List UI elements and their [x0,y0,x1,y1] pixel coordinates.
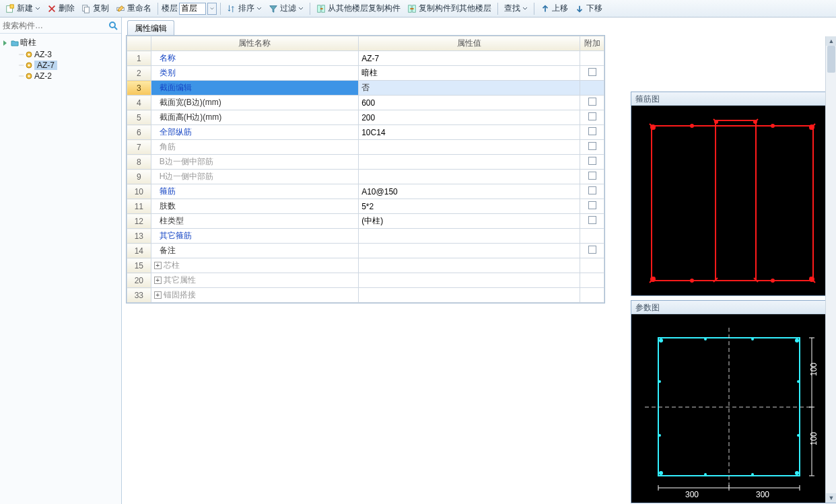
checkbox-icon[interactable] [588,216,596,224]
copy-from-other-button[interactable]: 从其他楼层复制构件 [314,1,403,15]
rename-button[interactable]: 重命名 [113,1,154,15]
extra-checkbox-cell[interactable] [580,96,604,110]
checkbox-icon[interactable] [588,112,596,120]
checkbox-icon[interactable] [588,201,596,209]
extra-checkbox-cell[interactable] [580,184,604,199]
property-value[interactable]: 600 [359,96,580,110]
property-row[interactable]: 6全部纵筋10C14 [127,125,604,140]
copy-to-other-button[interactable]: 复制构件到其他楼层 [405,1,494,15]
scroll-up-icon[interactable]: ▲ [826,36,836,46]
property-value[interactable] [359,273,580,288]
tree-item[interactable]: ┈AZ-2 [1,71,120,81]
delete-button[interactable]: 删除 [44,1,77,15]
search-input[interactable] [3,21,108,30]
floor-select[interactable]: 首层 [179,3,206,15]
move-down-button[interactable]: 下移 [572,1,605,15]
property-row[interactable]: 14备注 [127,244,604,258]
expand-icon[interactable]: + [154,291,162,299]
property-row[interactable]: 10箍筋A10@150 [127,184,604,199]
expand-icon[interactable]: + [154,262,162,269]
property-row[interactable]: 4截面宽(B边)(mm)600 [127,96,604,110]
vertical-scrollbar[interactable]: ▲ ▼ [825,36,836,503]
row-number: 15 [127,258,151,273]
extra-checkbox-cell[interactable] [580,229,604,244]
dim-h-bot: 100 [809,432,818,445]
search-icon[interactable] [108,20,118,31]
property-value[interactable] [359,170,580,184]
extra-checkbox-cell[interactable] [580,244,604,258]
property-row[interactable]: 3截面编辑否 [127,81,604,96]
copy-button[interactable]: 复制 [79,1,112,15]
property-row[interactable]: 2类别暗柱 [127,66,604,81]
extra-checkbox-cell[interactable] [580,199,604,214]
property-name: 名称 [151,51,359,66]
property-value[interactable] [359,258,580,273]
new-button[interactable]: 新建 [3,1,43,15]
copy-to-label: 复制构件到其他楼层 [419,3,491,14]
sort-button[interactable]: 排序 [224,1,265,15]
extra-checkbox-cell[interactable] [580,51,604,66]
checkbox-icon[interactable] [588,172,596,180]
tree-item[interactable]: ┈AZ-7 [1,60,120,71]
scroll-thumb[interactable] [827,46,835,73]
extra-checkbox-cell[interactable] [580,214,604,229]
property-value[interactable]: 5*2 [359,199,580,214]
tree-item[interactable]: ┈AZ-3 [1,49,120,60]
extra-checkbox-cell[interactable] [580,66,604,81]
col-value: 属性值 [359,36,580,51]
property-row[interactable]: 7角筋 [127,140,604,155]
property-name: 箍筋 [151,184,359,199]
checkbox-icon[interactable] [588,157,596,165]
checkbox-icon[interactable] [588,142,596,150]
property-row[interactable]: 9H边一侧中部筋 [127,170,604,184]
tree-root[interactable]: 暗柱 [1,36,120,49]
property-value[interactable] [359,155,580,170]
extra-checkbox-cell[interactable] [580,81,604,96]
property-value[interactable]: (中柱) [359,214,580,229]
property-value[interactable]: AZ-7 [359,51,580,66]
move-up-button[interactable]: 上移 [538,1,571,15]
property-value[interactable] [359,244,580,258]
checkbox-icon[interactable] [588,186,596,194]
property-value[interactable] [359,229,580,244]
property-row[interactable]: 33+锚固搭接 [127,288,604,303]
property-row[interactable]: 20+其它属性 [127,273,604,288]
extra-checkbox-cell[interactable] [580,258,604,273]
tree-item-label: AZ-7 [34,61,57,70]
property-value[interactable]: 10C14 [359,125,580,140]
floor-label: 楼层 [162,3,178,14]
svg-point-33 [659,338,663,343]
filter-button[interactable]: 过滤 [266,1,306,15]
property-row[interactable]: 12柱类型(中柱) [127,214,604,229]
expand-icon[interactable]: + [154,277,162,284]
checkbox-icon[interactable] [588,246,596,254]
property-row[interactable]: 13其它箍筋 [127,229,604,244]
property-value[interactable]: 200 [359,110,580,125]
extra-checkbox-cell[interactable] [580,155,604,170]
extra-checkbox-cell[interactable] [580,140,604,155]
extra-checkbox-cell[interactable] [580,288,604,303]
checkbox-icon[interactable] [588,68,596,76]
checkbox-icon[interactable] [588,127,596,135]
property-value[interactable] [359,288,580,303]
scroll-down-icon[interactable]: ▼ [826,493,836,503]
property-value[interactable]: 暗柱 [359,66,580,81]
extra-checkbox-cell[interactable] [580,170,604,184]
svg-point-15 [28,75,30,77]
find-button[interactable]: 查找 [501,1,530,15]
extra-checkbox-cell[interactable] [580,125,604,140]
property-row[interactable]: 11肢数5*2 [127,199,604,214]
folder-icon [11,39,19,47]
extra-checkbox-cell[interactable] [580,273,604,288]
property-value[interactable] [359,140,580,155]
property-value[interactable]: A10@150 [359,184,580,199]
property-row[interactable]: 15+芯柱 [127,258,604,273]
property-row[interactable]: 5截面高(H边)(mm)200 [127,110,604,125]
checkbox-icon[interactable] [588,98,596,106]
property-row[interactable]: 1名称AZ-7 [127,51,604,66]
floor-dropdown-icon[interactable] [207,3,217,15]
extra-checkbox-cell[interactable] [580,110,604,125]
property-row[interactable]: 8B边一侧中部筋 [127,155,604,170]
tab-property-edit[interactable]: 属性编辑 [127,20,174,35]
property-value[interactable]: 否 [359,81,580,96]
